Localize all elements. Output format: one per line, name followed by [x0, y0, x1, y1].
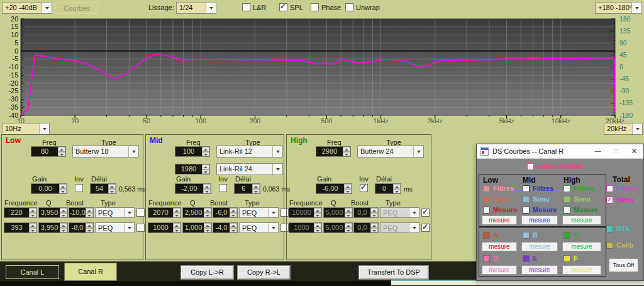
spinner-buttons[interactable]: [344, 184, 352, 193]
high-peq1-bypass-checkbox[interactable]: [421, 209, 430, 217]
chevron-down-icon[interactable]: [268, 208, 278, 217]
chevron-down-icon[interactable]: [409, 223, 419, 232]
mid-peq2-freq-spin[interactable]: 1000: [148, 222, 181, 233]
spin-up-icon[interactable]: [252, 184, 260, 189]
spin-up-icon[interactable]: [393, 184, 401, 189]
low-peq2-bypass-checkbox[interactable]: [136, 224, 145, 232]
mid-gain-spin[interactable]: -2,00: [175, 183, 211, 194]
spin-up-icon[interactable]: [345, 208, 352, 213]
spinner-buttons[interactable]: [230, 208, 237, 217]
low-filtres-checkbox[interactable]: [483, 185, 490, 192]
spin-down-icon[interactable]: [202, 152, 209, 157]
high-peq2-q-spin[interactable]: 5,000: [323, 222, 353, 233]
spin-down-icon[interactable]: [370, 213, 378, 218]
total-filtres-checkbox[interactable]: [606, 185, 613, 192]
spin-up-icon[interactable]: [344, 184, 352, 189]
transfert-to-dsp-button[interactable]: Transfert To DSP: [358, 265, 429, 280]
high-peq1-freq-spin[interactable]: 10000: [289, 207, 322, 218]
spin-up-icon[interactable]: [60, 208, 67, 213]
close-icon[interactable]: ✕: [625, 144, 643, 159]
low-peq2-q-spin[interactable]: 3,950: [38, 222, 68, 233]
high-peq1-q-spin[interactable]: 5,000: [323, 207, 353, 218]
chevron-down-icon[interactable]: [409, 208, 419, 217]
spin-down-icon[interactable]: [343, 152, 350, 157]
spin-down-icon[interactable]: [314, 213, 321, 218]
phase-range-select[interactable]: +180 -180°: [595, 2, 642, 14]
spinner-buttons[interactable]: [204, 208, 211, 217]
mid-peq1-boost-spin[interactable]: -6,0: [213, 207, 238, 218]
high-peq2-type-combo[interactable]: PEQ: [380, 222, 419, 233]
spinner-buttons[interactable]: [204, 223, 211, 232]
low-peq2-freq-spin[interactable]: 393: [4, 222, 37, 233]
low-gain-spin[interactable]: 0.00: [31, 183, 67, 194]
spin-up-icon[interactable]: [173, 208, 180, 213]
canal-l-tab[interactable]: Canal L: [6, 265, 59, 279]
memory-a-checkbox[interactable]: [483, 232, 490, 239]
spinner-buttons[interactable]: [345, 208, 352, 217]
low-peq2-type-combo[interactable]: PEQ: [95, 222, 135, 233]
mid-peq2-q-spin[interactable]: 1,000: [182, 222, 212, 233]
spinner-buttons[interactable]: [60, 223, 67, 232]
spin-down-icon[interactable]: [314, 228, 321, 233]
low-xover-freq-spin[interactable]: 80: [31, 146, 66, 157]
mid-inv-checkbox[interactable]: [219, 184, 227, 192]
spin-up-icon[interactable]: [173, 223, 180, 228]
high-mesure-checkbox[interactable]: [564, 207, 570, 214]
spin-up-icon[interactable]: [86, 223, 93, 228]
spinner-buttons[interactable]: [343, 147, 350, 156]
spinner-buttons[interactable]: [29, 223, 36, 232]
db-range-select[interactable]: +20 -40dB: [2, 2, 52, 14]
spin-down-icon[interactable]: [60, 213, 67, 218]
spinner-buttons[interactable]: [29, 208, 36, 217]
spin-down-icon[interactable]: [204, 228, 211, 233]
spin-down-icon[interactable]: [58, 152, 65, 157]
copy-r-to-l-button[interactable]: Copy R->L: [237, 265, 291, 280]
low-peq1-boost-spin[interactable]: -10,0: [69, 207, 94, 218]
spin-down-icon[interactable]: [230, 228, 237, 233]
mid-peq1-freq-spin[interactable]: 2070: [148, 207, 181, 218]
high-mesure-button[interactable]: mesure: [562, 215, 601, 225]
chevron-down-icon[interactable]: [124, 208, 134, 217]
mid-xover2-freq-spin[interactable]: 1980: [175, 164, 210, 174]
copy-l-to-r-button[interactable]: Copy L->R: [180, 265, 234, 280]
high-peq1-type-combo[interactable]: PEQ: [380, 207, 419, 218]
chevron-down-icon[interactable]: [272, 146, 282, 157]
mid-xover1-freq-spin[interactable]: 100: [175, 146, 210, 157]
spin-down-icon[interactable]: [108, 189, 116, 194]
spinner-buttons[interactable]: [202, 164, 209, 174]
maximize-icon[interactable]: □: [607, 144, 625, 159]
spinner-buttons[interactable]: [60, 208, 67, 217]
spinner-buttons[interactable]: [393, 184, 401, 193]
spin-up-icon[interactable]: [202, 164, 209, 169]
spinner-buttons[interactable]: [202, 147, 209, 156]
spin-down-icon[interactable]: [202, 169, 209, 174]
memory-b-checkbox[interactable]: [523, 232, 530, 239]
low-simu-checkbox[interactable]: [483, 196, 490, 203]
spin-down-icon[interactable]: [59, 189, 67, 194]
spinner-buttons[interactable]: [58, 147, 65, 156]
spin-up-icon[interactable]: [203, 184, 211, 189]
spin-down-icon[interactable]: [370, 228, 378, 233]
spinner-buttons[interactable]: [370, 208, 378, 217]
low-freq-range-select[interactable]: 10Hz: [2, 123, 50, 135]
mid-xover1-type-combo[interactable]: Link-Ril 12: [216, 146, 283, 157]
high-peq1-boost-spin[interactable]: 0,0: [353, 207, 379, 218]
memory-a-mesure-button[interactable]: mesure: [482, 242, 517, 251]
spin-down-icon[interactable]: [86, 213, 93, 218]
spin-down-icon[interactable]: [60, 228, 67, 233]
spin-up-icon[interactable]: [108, 184, 116, 189]
low-mesure-button[interactable]: mesure: [482, 215, 517, 225]
total-simu-checkbox[interactable]: [606, 197, 613, 203]
spin-up-icon[interactable]: [29, 208, 36, 213]
spinner-buttons[interactable]: [173, 223, 180, 232]
spinner-buttons[interactable]: [230, 223, 237, 232]
spin-up-icon[interactable]: [314, 208, 321, 213]
mid-peq2-type-combo[interactable]: PEQ: [239, 222, 279, 233]
low-inv-checkbox[interactable]: [75, 184, 83, 192]
low-xover-type-combo[interactable]: Butterw 18: [72, 146, 139, 157]
high-simu-checkbox[interactable]: [564, 196, 570, 203]
high-xover-freq-spin[interactable]: 2980: [316, 146, 351, 157]
high-freq-range-select[interactable]: 20kHz: [604, 123, 643, 135]
spin-down-icon[interactable]: [345, 213, 352, 218]
memory-d-checkbox[interactable]: [483, 255, 490, 262]
